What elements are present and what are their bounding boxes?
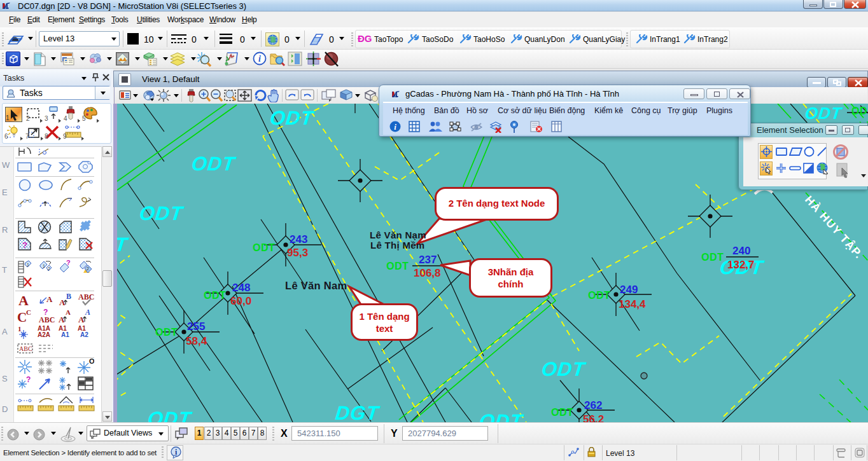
svg-text:1: 1 [43, 264, 45, 268]
svg-text:A: A [59, 315, 65, 324]
svg-text:A: A [66, 308, 71, 316]
svg-text:?: ? [66, 260, 71, 266]
svg-text:i: i [258, 54, 261, 64]
svg-text:A: A [46, 294, 53, 304]
svg-text:O: O [89, 359, 94, 365]
svg-text:2: 2 [87, 266, 89, 271]
svg-text:B: B [66, 292, 71, 301]
svg-text:ABC: ABC [19, 345, 32, 352]
svg-text:i: i [394, 122, 396, 132]
svg-text:?: ? [26, 376, 31, 384]
svg-text:1: 1 [27, 263, 29, 267]
svg-text:?: ? [43, 308, 48, 317]
svg-text:ABC: ABC [78, 292, 94, 301]
svg-text:?: ? [22, 240, 27, 250]
svg-text:A: A [59, 298, 66, 306]
svg-text:1: 1 [18, 325, 22, 333]
svg-text:2: 2 [48, 266, 50, 271]
svg-text:A: A [85, 308, 90, 317]
svg-text:A: A [78, 315, 85, 324]
